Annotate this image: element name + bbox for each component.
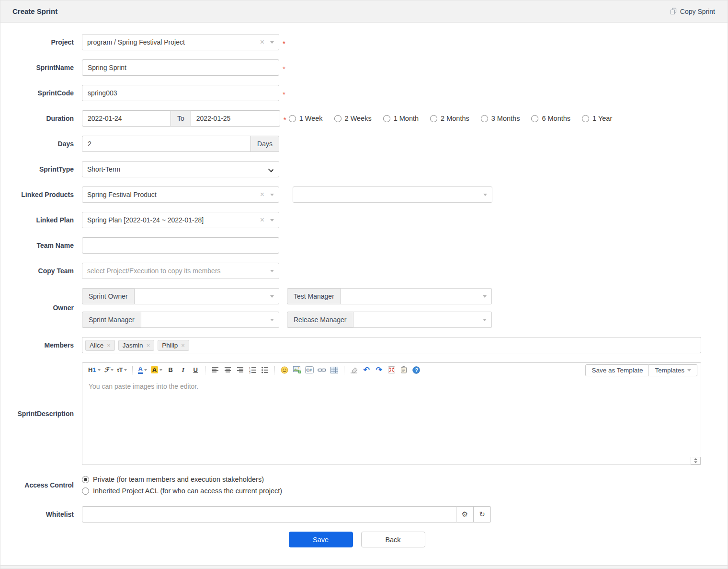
- svg-text:C#: C#: [307, 368, 312, 372]
- release-manager-select[interactable]: [353, 312, 492, 328]
- eraser-icon[interactable]: [350, 365, 358, 375]
- fullscreen-icon[interactable]: [387, 365, 396, 375]
- image-icon[interactable]: [293, 365, 301, 375]
- clear-icon[interactable]: ×: [260, 191, 264, 198]
- duration-begin-input[interactable]: [82, 110, 171, 127]
- editor-resize-handle[interactable]: [691, 457, 701, 464]
- whitelist-input[interactable]: [82, 506, 456, 523]
- duration-option-2-months[interactable]: 2 Months: [430, 115, 469, 122]
- release-manager-group: Release Manager: [287, 312, 492, 328]
- undo-icon[interactable]: ↶: [362, 365, 371, 375]
- project-select[interactable]: program / Spring Festival Project ×: [82, 34, 279, 50]
- member-tag-label: Jasmin: [123, 342, 143, 349]
- radio-label: 1 Week: [299, 115, 323, 122]
- font-format-icon[interactable]: ℱ: [104, 365, 114, 375]
- radio-icon: [383, 115, 390, 122]
- team-name-input[interactable]: [82, 237, 279, 254]
- save-button[interactable]: Save: [289, 532, 353, 547]
- unordered-list-icon[interactable]: [261, 365, 269, 375]
- project-label: Project: [0, 38, 82, 46]
- field-team-name: Team Name: [0, 237, 728, 254]
- svg-text:?: ?: [415, 367, 419, 373]
- sprint-name-input[interactable]: [82, 59, 279, 76]
- back-button[interactable]: Back: [361, 532, 425, 547]
- duration-option-2-weeks[interactable]: 2 Weeks: [334, 115, 372, 122]
- linked-plan-select[interactable]: Spring Plan [2022-01-24 ~ 2022-01-28] ×: [82, 212, 279, 228]
- days-input[interactable]: [82, 136, 251, 152]
- remove-tag-icon[interactable]: ×: [181, 342, 185, 349]
- font-size-icon[interactable]: tT: [117, 365, 127, 375]
- field-sprint-type: SprintType Short-Term: [0, 161, 728, 177]
- sprint-type-value: Short-Term: [87, 165, 274, 173]
- bold-icon[interactable]: B: [166, 365, 175, 375]
- table-icon[interactable]: [330, 365, 339, 375]
- toolbar-separator: [132, 366, 133, 374]
- project-value: program / Spring Festival Project: [87, 38, 260, 46]
- help-icon[interactable]: ?: [412, 365, 421, 375]
- sprint-code-input[interactable]: [82, 85, 279, 101]
- sprint-type-select[interactable]: Short-Term: [82, 161, 279, 177]
- clear-icon[interactable]: ×: [260, 38, 264, 46]
- templates-dropdown-button[interactable]: Templates: [649, 364, 697, 376]
- field-copy-team: Copy Team select Project/Execution to co…: [0, 263, 728, 279]
- chevron-down-icon: [270, 295, 274, 298]
- sprint-manager-addon: Sprint Manager: [82, 312, 141, 328]
- radio-icon: [481, 115, 488, 122]
- duration-option-1-month[interactable]: 1 Month: [383, 115, 419, 122]
- chevron-down-icon: [483, 194, 487, 196]
- whitelist-label: Whitelist: [0, 510, 82, 519]
- heading-icon[interactable]: H1: [88, 365, 101, 375]
- copy-team-select[interactable]: select Project/Execution to copy its mem…: [82, 263, 279, 279]
- linked-product-select-2[interactable]: [293, 186, 492, 203]
- access-option-inherited[interactable]: Inherited Project ACL (for who can acces…: [82, 487, 728, 495]
- release-manager-addon: Release Manager: [287, 312, 353, 328]
- field-days: Days Days: [0, 136, 728, 152]
- text-color-icon[interactable]: A: [138, 365, 147, 375]
- code-icon[interactable]: C#: [305, 365, 314, 375]
- footer-strip: [0, 565, 728, 569]
- duration-option-3-months[interactable]: 3 Months: [481, 115, 520, 122]
- access-option-private[interactable]: Private (for team members and execution …: [82, 476, 728, 483]
- highlight-color-icon[interactable]: A: [151, 365, 162, 375]
- members-input[interactable]: Alice× Jasmin× Philip×: [82, 337, 701, 353]
- align-right-icon[interactable]: [236, 365, 244, 375]
- field-owner: Owner Sprint Owner Test Manager: [0, 288, 728, 328]
- duration-option-1-year[interactable]: 1 Year: [582, 115, 612, 122]
- underline-icon[interactable]: U: [191, 365, 200, 375]
- ordered-list-icon[interactable]: 123: [248, 365, 257, 375]
- remove-tag-icon[interactable]: ×: [107, 342, 111, 349]
- editor-body[interactable]: You can paste images into the editor.: [82, 377, 701, 464]
- link-icon[interactable]: [318, 365, 326, 375]
- field-sprint-code: SprintCode *: [0, 85, 728, 101]
- clear-icon[interactable]: ×: [260, 216, 264, 224]
- linked-product-value: Spring Festival Product: [87, 191, 260, 198]
- align-center-icon[interactable]: [223, 365, 232, 375]
- clipboard-icon[interactable]: [399, 365, 408, 375]
- copy-sprint-button[interactable]: Copy Sprint: [670, 8, 715, 15]
- toolbar-separator: [344, 366, 344, 374]
- copy-team-label: Copy Team: [0, 267, 82, 275]
- sprint-owner-select[interactable]: [135, 288, 279, 304]
- toolbar-separator: [205, 366, 205, 374]
- remove-tag-icon[interactable]: ×: [147, 342, 150, 349]
- emoji-icon[interactable]: [280, 365, 289, 375]
- gear-icon[interactable]: ⚙: [456, 506, 474, 523]
- duration-option-6-months[interactable]: 6 Months: [531, 115, 570, 122]
- required-asterisk: *: [283, 90, 285, 98]
- test-manager-select[interactable]: [341, 288, 492, 304]
- linked-product-select-1[interactable]: Spring Festival Product ×: [82, 186, 279, 203]
- member-tag: Jasmin×: [118, 340, 154, 351]
- sprint-manager-select[interactable]: [141, 312, 279, 328]
- field-members: Members Alice× Jasmin× Philip×: [0, 337, 728, 353]
- redo-icon[interactable]: ↷: [375, 365, 383, 375]
- chevron-down-icon: [270, 194, 274, 196]
- align-left-icon[interactable]: [211, 365, 219, 375]
- duration-option-1-week[interactable]: 1 Week: [289, 115, 323, 122]
- field-access-control: Access Control Private (for team members…: [0, 474, 728, 496]
- radio-label: 1 Year: [592, 115, 612, 122]
- refresh-icon[interactable]: ↻: [474, 506, 491, 523]
- save-as-template-button[interactable]: Save as Template: [585, 364, 649, 376]
- field-project: Project program / Spring Festival Projec…: [0, 34, 728, 50]
- duration-end-input[interactable]: [191, 110, 280, 127]
- italic-icon[interactable]: I: [179, 365, 187, 375]
